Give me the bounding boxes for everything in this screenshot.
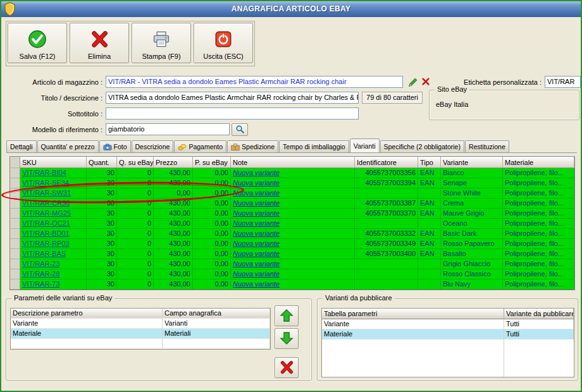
row-selector[interactable] — [10, 239, 20, 249]
cell-identificatore[interactable] — [355, 259, 418, 269]
cell-variante[interactable]: Blu Navy — [441, 279, 503, 290]
table-row[interactable]: VIT/RAR-BAS300430,000,00Nuova variante40… — [10, 249, 574, 259]
delete-button[interactable]: Elimina — [70, 23, 129, 63]
cell-q_su_ebay[interactable]: 0 — [117, 259, 154, 269]
cell-tipo[interactable] — [418, 219, 441, 229]
cell-sku[interactable]: VIT/RAR-28 — [20, 269, 87, 279]
cell-prezzo[interactable]: 430,00 — [154, 269, 193, 279]
cell-campo[interactable]: Varianti — [163, 319, 270, 329]
table-row[interactable]: VIT/RAR-23300430,000,00Nuova varianteGri… — [10, 259, 574, 269]
table-row[interactable]: Variante Varianti — [11, 319, 270, 329]
cell-prezzo[interactable]: 430,00 — [154, 259, 193, 269]
cell-prezzo[interactable]: 430,00 — [154, 199, 193, 209]
cell-sku[interactable]: VIT/RAR-BD01 — [20, 229, 87, 239]
cell-q_su_ebay[interactable]: 0 — [117, 188, 154, 199]
cell-note[interactable]: Nuova variante — [231, 279, 355, 290]
cell-quant[interactable]: 30 — [87, 279, 117, 290]
tab-specifiche[interactable]: Specifiche (2 obbligatorie) — [380, 140, 464, 152]
table-row[interactable]: VIT/RAR-73300430,000,00Nuova varianteBlu… — [10, 279, 574, 290]
column-header[interactable]: Descrizione parametro — [11, 309, 163, 319]
cell-materiale[interactable]: Polipropilene, filo... — [503, 239, 574, 249]
cell-note[interactable]: Nuova variante — [231, 199, 355, 209]
tab-descrizione[interactable]: Descrizione — [132, 140, 174, 152]
column-header[interactable]: Q. su eBay — [117, 157, 154, 168]
cell-sku[interactable]: VIT/RAR-RP03 — [20, 239, 87, 249]
cell-note[interactable]: Nuova variante — [231, 219, 355, 229]
cell-tipo[interactable]: EAN — [418, 249, 441, 259]
cell-prezzo[interactable]: 430,00 — [154, 249, 193, 259]
cell-variante[interactable]: Crema — [441, 199, 503, 209]
cell-identificatore[interactable]: 4055737003356 — [355, 168, 418, 178]
cell-note[interactable]: Nuova variante — [231, 209, 355, 219]
cell-tipo[interactable] — [418, 259, 441, 269]
cell-campo[interactable]: Materiali — [163, 329, 270, 339]
cell-materiale[interactable]: Polipropilene, filo... — [503, 219, 574, 229]
cell-p_su_ebay[interactable]: 0,00 — [193, 188, 231, 199]
row-selector[interactable] — [10, 279, 20, 290]
cell-tipo[interactable]: EAN — [418, 209, 441, 219]
cell-quant[interactable]: 30 — [87, 239, 117, 249]
cell-prezzo[interactable]: 430,00 — [154, 209, 193, 219]
cell-tabella[interactable]: Variante — [322, 319, 504, 329]
cell-tipo[interactable]: EAN — [418, 239, 441, 249]
move-up-button[interactable] — [275, 305, 299, 326]
sottotitolo-field[interactable] — [106, 107, 359, 119]
row-selector[interactable] — [10, 209, 20, 219]
cell-prezzo[interactable]: 430,00 — [154, 178, 193, 188]
cell-p_su_ebay[interactable]: 0,00 — [193, 219, 231, 229]
cell-variante[interactable]: Mauve Grigio — [441, 209, 503, 219]
column-header[interactable]: Tabella parametri — [322, 309, 504, 319]
tab-varianti[interactable]: Varianti — [350, 138, 380, 153]
cell-tipo[interactable] — [418, 269, 441, 279]
titolo-field[interactable]: VITRA sedia a dondolo Eames Plastic Armc… — [106, 92, 359, 104]
cell-p_su_ebay[interactable]: 0,00 — [193, 209, 231, 219]
cell-variante[interactable]: Stone White — [441, 188, 503, 199]
cell-sku[interactable]: VIT/RAR-OC21 — [20, 219, 87, 229]
exit-button[interactable]: Uscita (ESC) — [194, 23, 253, 63]
cell-tabella[interactable]: Materiale — [322, 329, 504, 340]
cell-p_su_ebay[interactable]: 0,00 — [193, 199, 231, 209]
cell-variante[interactable]: Grigio Ghiaccio — [441, 259, 503, 269]
cell-campo[interactable] — [163, 339, 270, 349]
table-row[interactable]: VIT/RAR-28300430,000,00Nuova varianteRos… — [10, 269, 574, 279]
cell-p_su_ebay[interactable]: 0,00 — [193, 279, 231, 290]
table-row[interactable]: VIT/RAR-SE34300430,000,00Nuova variante4… — [10, 178, 574, 188]
row-selector[interactable] — [10, 219, 20, 229]
cell-variante[interactable]: Rosso Classico — [441, 269, 503, 279]
cell-q_su_ebay[interactable]: 0 — [117, 219, 154, 229]
table-row[interactable]: Variante Tutti — [322, 319, 574, 329]
cell-quant[interactable]: 30 — [87, 168, 117, 178]
cell-materiale[interactable]: Polipropilene, filo... — [503, 168, 574, 178]
table-row[interactable]: VIT/RAR-BD01300430,000,00Nuova variante4… — [10, 229, 574, 239]
cell-quant[interactable]: 30 — [87, 259, 117, 269]
cell-identificatore[interactable]: 4055737003394 — [355, 178, 418, 188]
column-header[interactable]: Tipo — [418, 157, 441, 168]
column-header[interactable]: Identificatore — [355, 157, 418, 168]
cell-q_su_ebay[interactable]: 0 — [117, 249, 154, 259]
cell-q_su_ebay[interactable]: 0 — [117, 229, 154, 239]
cell-q_su_ebay[interactable]: 0 — [117, 199, 154, 209]
print-button[interactable]: Stampa (F9) — [132, 23, 191, 63]
cell-note[interactable]: Nuova variante — [231, 178, 355, 188]
cell-prezzo[interactable]: 430,00 — [154, 168, 193, 178]
cell-variante[interactable]: Oceano — [441, 219, 503, 229]
cell-descrizione[interactable]: Variante — [11, 319, 163, 329]
cell-p_su_ebay[interactable]: 0,00 — [193, 168, 231, 178]
cell-note[interactable]: Nuova variante — [231, 188, 355, 199]
row-selector[interactable] — [10, 178, 20, 188]
cell-sku[interactable]: VIT/RAR-73 — [20, 279, 87, 290]
cell-sku[interactable]: VIT/RAR-BI04 — [20, 168, 87, 178]
table-row[interactable]: VIT/RAR-RP03300430,000,00Nuova variante4… — [10, 239, 574, 249]
cell-quant[interactable]: 30 — [87, 199, 117, 209]
cell-prezzo[interactable]: 0,00 — [154, 188, 193, 199]
column-header[interactable]: Materiale — [503, 157, 574, 168]
cell-sku[interactable]: VIT/RAR-SW31 — [20, 188, 87, 199]
cell-q_su_ebay[interactable]: 0 — [117, 279, 154, 290]
cell-quant[interactable]: 30 — [87, 178, 117, 188]
cell-p_su_ebay[interactable]: 0,00 — [193, 229, 231, 239]
cell-sku[interactable]: VIT/RAR-MG25 — [20, 209, 87, 219]
cell-p_su_ebay[interactable]: 0,00 — [193, 239, 231, 249]
search-button[interactable] — [232, 123, 248, 136]
move-down-button[interactable] — [275, 328, 299, 349]
cell-sku[interactable]: VIT/RAR-BAS — [20, 249, 87, 259]
